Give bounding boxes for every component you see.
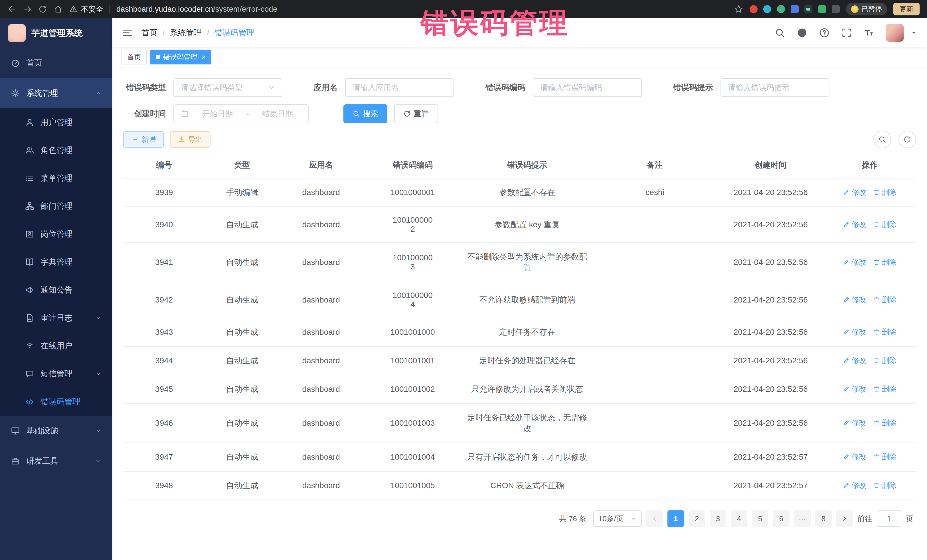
delete-link[interactable]: 删除 [873,257,897,267]
search-button-label: 搜索 [363,109,378,119]
delete-link[interactable]: 删除 [873,220,897,229]
sidebar-item-audit-log[interactable]: 审计日志 [0,304,112,332]
caret-down-icon[interactable] [910,29,917,36]
sidebar-item-dict[interactable]: 字典管理 [0,248,112,276]
reload-icon[interactable] [38,5,47,14]
bookmark-star-icon[interactable] [734,5,743,14]
sidebar-item-label: 用户管理 [41,117,102,128]
sidebar-item-online-user[interactable]: 在线用户 [0,332,112,360]
edit-link[interactable]: 修改 [843,452,866,462]
refresh-table-button[interactable] [898,131,916,148]
sidebar-item-sms[interactable]: 短信管理 [0,360,112,388]
error-hint-input[interactable] [720,78,830,97]
edit-link[interactable]: 修改 [843,257,866,267]
delete-link[interactable]: 删除 [873,355,897,366]
vue-devtools-icon[interactable] [777,5,785,13]
page-button-1[interactable]: 1 [667,510,684,527]
edit-link[interactable]: 修改 [843,355,866,366]
cell-remark [592,318,718,346]
question-icon[interactable] [819,28,830,38]
sidebar-item-notice[interactable]: 通知公告 [0,276,112,304]
sidebar-item-home[interactable]: 首页 [0,48,112,78]
hamburger-icon[interactable] [122,27,133,38]
search-icon[interactable] [775,28,785,38]
record-icon[interactable] [749,5,758,13]
cell-actions: 修改删除 [824,207,916,243]
edit-link[interactable]: 修改 [843,418,866,428]
security-indicator[interactable]: 不安全 [69,4,103,14]
edit-link[interactable]: 修改 [843,327,866,337]
avatar[interactable] [886,24,904,42]
update-button[interactable]: 更新 [894,3,919,15]
sidebar-item-infra[interactable]: 基础设施 [0,416,112,446]
sidebar-item-role[interactable]: 角色管理 [0,136,112,164]
sidebar-item-error-code[interactable]: 错误码管理 [0,388,112,416]
breadcrumb-item[interactable]: 系统管理 [170,27,202,38]
next-page-button[interactable] [836,510,853,527]
close-icon[interactable]: × [201,53,206,61]
tab-home[interactable]: 首页 [122,50,147,64]
translate-icon[interactable] [818,5,826,13]
edit-link[interactable]: 修改 [843,220,866,229]
edit-link[interactable]: 修改 [843,187,866,197]
cast-icon[interactable] [763,5,771,13]
delete-link[interactable]: 删除 [873,384,897,394]
page-button-2[interactable]: 2 [688,510,705,527]
edit-link[interactable]: 修改 [843,480,866,490]
back-icon[interactable] [8,5,17,14]
home-icon[interactable] [54,5,63,14]
show-search-button[interactable] [873,131,891,148]
plus-icon: + [131,136,138,143]
page-button-6[interactable]: 6 [773,510,790,527]
sidebar-item-menu[interactable]: 菜单管理 [0,164,112,192]
monitor-icon [11,426,20,436]
app-name-input[interactable] [345,78,454,97]
url-bar[interactable]: dashboard.yudao.iocoder.cn/system/error-… [116,5,277,14]
filter-error-hint: 错误码提示 [673,78,830,97]
page-button-8[interactable]: 8 [815,510,832,527]
add-button[interactable]: + 新增 [123,131,164,148]
proxy-icon[interactable] [804,5,812,13]
error-code-input[interactable] [533,78,642,97]
cell-id: 3942 [123,282,205,318]
table-body: 3939手动编辑dashboard1001000001参数配置不存在ceshi2… [123,178,916,500]
github-icon[interactable] [797,28,807,38]
page-button-5[interactable]: 5 [752,510,768,527]
prev-page-button[interactable] [646,510,663,527]
sidebar-item-user[interactable]: 用户管理 [0,108,112,136]
goto-page-input[interactable] [877,510,901,527]
forward-icon[interactable] [23,5,32,14]
sidebar-item-system[interactable]: 系统管理 [0,78,112,108]
edit-link[interactable]: 修改 [843,384,866,394]
delete-link[interactable]: 删除 [873,480,897,490]
delete-link[interactable]: 删除 [873,187,897,197]
breadcrumb-item[interactable]: 首页 [141,27,158,38]
delete-link[interactable]: 删除 [873,295,897,305]
grid-icon[interactable] [791,5,799,13]
cell-created: 2021-04-20 23:52:56 [718,243,824,282]
reset-button[interactable]: 重置 [394,104,438,123]
error-type-select[interactable]: 请选择错误码类型 [173,78,283,97]
font-size-icon[interactable] [864,28,874,38]
breadcrumb-item[interactable]: 错误码管理 [214,27,254,38]
cell-code: 1001000004 [363,282,463,318]
pagination-ellipsis[interactable]: ··· [794,510,811,527]
pin-icon[interactable] [832,5,840,13]
export-button[interactable]: 导出 [170,131,211,148]
sidebar-item-post[interactable]: 岗位管理 [0,220,112,248]
page-button-4[interactable]: 4 [731,510,747,527]
page-size-select[interactable]: 10条/页 [593,510,642,527]
delete-link[interactable]: 删除 [873,418,897,428]
fullscreen-icon[interactable] [842,28,852,38]
app-logo[interactable]: 芋道管理系统 [0,18,112,48]
sidebar-item-dept[interactable]: 部门管理 [0,192,112,220]
page-button-3[interactable]: 3 [710,510,726,527]
paused-badge[interactable]: 已暂停 [846,3,887,15]
search-button[interactable]: 搜索 [343,104,388,123]
sidebar-item-devtools[interactable]: 研发工具 [0,446,112,476]
tab-error-code[interactable]: 错误码管理× [150,50,211,64]
edit-link[interactable]: 修改 [843,295,866,305]
delete-link[interactable]: 删除 [873,327,897,337]
date-range-picker[interactable]: 开始日期 - 结束日期 [173,104,308,123]
delete-link[interactable]: 删除 [873,452,897,462]
